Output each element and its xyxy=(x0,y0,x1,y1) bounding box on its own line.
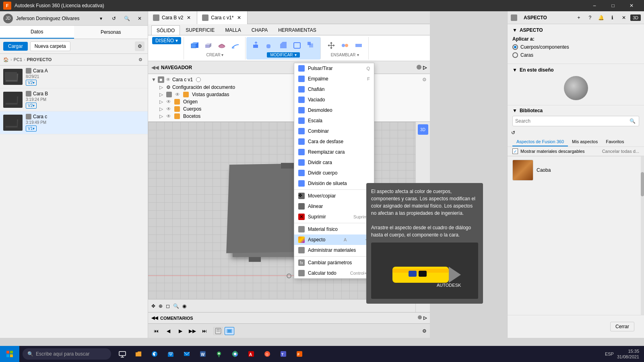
menu-dividir-cara[interactable]: Dividir cara xyxy=(294,157,374,168)
list-item[interactable]: Cara A 8/29/21 V2▾ xyxy=(0,66,148,88)
add-icon[interactable]: + xyxy=(574,13,584,23)
menu-pulsar-tirar[interactable]: Pulsar/Tirar Q xyxy=(294,63,374,74)
rigid-group-btn[interactable] xyxy=(352,39,365,52)
search-input[interactable] xyxy=(515,118,628,124)
menu-division-silueta[interactable]: División de silueta xyxy=(294,178,374,189)
shell-btn[interactable] xyxy=(291,39,303,51)
close-button[interactable]: Cerrar xyxy=(610,322,634,331)
expand-icon[interactable]: ▷ xyxy=(423,315,427,321)
tree-eye-icon[interactable]: 👁 xyxy=(166,77,171,82)
barrido-btn[interactable] xyxy=(229,39,242,52)
option-cuerpos[interactable]: Cuerpos/componentes xyxy=(512,44,569,50)
search-icon[interactable]: 🔍 xyxy=(122,14,132,23)
expand-icon[interactable]: ▷ xyxy=(159,92,163,97)
tree-settings-icon[interactable]: ⚙ xyxy=(422,77,427,82)
scrollbar-thumb[interactable] xyxy=(641,172,644,196)
tree-item[interactable]: ▷ ⚙ Configuración del documento xyxy=(148,84,430,91)
tree-eye-icon[interactable]: 👁 xyxy=(166,113,171,119)
aspecto-header[interactable]: ▼ ASPECTO xyxy=(512,27,639,33)
aspecto-tab[interactable]: ASPECTO xyxy=(520,13,550,22)
list-item[interactable]: Cara B 3:19:24 PM V2▾ xyxy=(0,88,148,111)
doc-tab-cara-b[interactable]: Cara B v2 ✕ xyxy=(148,11,197,24)
menu-alinear[interactable]: Alinear xyxy=(294,201,374,212)
zoom-in-icon[interactable]: 🔍 xyxy=(173,303,179,309)
tab-datos[interactable]: Datos xyxy=(0,26,74,39)
menu-suprimir[interactable]: ✕ Suprimir Suprimir xyxy=(294,212,374,222)
timeline-view-btn[interactable] xyxy=(213,327,223,335)
scale-btn[interactable] xyxy=(304,39,317,51)
word-btn[interactable]: W xyxy=(196,348,209,360)
extrusion-btn[interactable] xyxy=(202,39,215,52)
tree-item[interactable]: ▷ 👁 Cuerpos xyxy=(148,105,430,113)
timeline-view2-btn[interactable] xyxy=(225,327,234,335)
tree-eye-icon[interactable]: 👁 xyxy=(166,106,171,112)
tree-eye-icon[interactable]: 👁 xyxy=(175,92,180,97)
maps-btn[interactable] xyxy=(213,348,225,360)
radio-caras[interactable] xyxy=(512,52,518,58)
refresh-icon[interactable]: ↺ xyxy=(109,14,119,23)
acrobat-btn[interactable]: A xyxy=(245,348,258,360)
tree-eye-icon[interactable]: 👁 xyxy=(166,99,171,105)
nuevo-cuerpo-btn[interactable] xyxy=(188,39,201,52)
list-item[interactable]: Cara c 3:19:49 PM V1▾ xyxy=(0,111,148,134)
refresh-icon[interactable]: ↺ xyxy=(509,129,517,137)
biblioteca-header[interactable]: ▼ Biblioteca xyxy=(508,108,644,113)
push-pull-btn[interactable] xyxy=(250,39,262,51)
ensamblar-label[interactable]: ENSAMBLAR ▾ xyxy=(331,53,359,57)
breadcrumb-home[interactable]: 🏠 xyxy=(3,57,9,62)
diseño-btn[interactable]: DISEÑO ▾ xyxy=(152,37,181,44)
menu-aspecto[interactable]: Aspecto A ⋯ xyxy=(294,234,374,245)
radio-cuerpos[interactable] xyxy=(512,44,518,50)
option-caras[interactable]: Caras xyxy=(512,52,533,58)
menu-calcular-todo[interactable]: Calcular todo Control+B xyxy=(294,268,374,278)
edge-btn[interactable] xyxy=(148,348,161,360)
tab-solido[interactable]: SÓLIDO xyxy=(151,25,180,35)
taskbar-search[interactable]: 🔍 Escribe aquí para buscar xyxy=(23,348,111,360)
timeline-next[interactable]: ▶▶ xyxy=(188,326,197,336)
timeline-last[interactable]: ⏭ xyxy=(200,326,209,336)
project-settings-icon[interactable]: ⚙ xyxy=(136,56,144,64)
task-view-btn[interactable] xyxy=(116,348,129,360)
menu-mover-copiar[interactable]: ✥ Mover/copiar M xyxy=(294,191,374,201)
menu-cara-desfase[interactable]: Cara de desfase xyxy=(294,136,374,147)
cancel-all-link[interactable]: Cancelar todas d... xyxy=(602,149,639,154)
file-explorer-btn[interactable] xyxy=(132,348,145,360)
timeline-first[interactable]: ⏮ xyxy=(151,326,161,336)
tab-close-icon[interactable]: ✕ xyxy=(186,14,192,21)
show-materials-checkbox[interactable] xyxy=(512,148,518,154)
tree-item[interactable]: ▷ 👁 Vistas guardadas xyxy=(148,91,430,98)
close-button[interactable]: ✕ xyxy=(622,0,641,11)
fillet-btn[interactable] xyxy=(263,39,276,51)
menu-escala[interactable]: Escala xyxy=(294,115,374,126)
diseno-header[interactable]: ▼ En este diseño xyxy=(512,67,639,73)
tab-fusion-aspectos[interactable]: Aspectos de Fusion 360 xyxy=(512,138,568,146)
tab-favoritos[interactable]: Favoritos xyxy=(602,138,628,146)
scrollbar[interactable] xyxy=(641,156,644,315)
timeline-settings-icon[interactable]: ⚙ xyxy=(422,328,427,334)
expand-icon[interactable]: ▷ xyxy=(159,84,163,90)
nav-collapse-icon[interactable]: ◀◀ xyxy=(151,65,159,70)
info-icon[interactable]: ℹ xyxy=(608,13,617,23)
nav-expand-icon[interactable]: ▷ xyxy=(423,65,427,70)
library-search[interactable]: 🔍 xyxy=(512,116,639,126)
menu-administrar-materiales[interactable]: Administrar materiales xyxy=(294,245,374,255)
maximize-button[interactable]: □ xyxy=(604,0,622,11)
breadcrumb-proyecto[interactable]: PROYECTO xyxy=(27,57,52,62)
menu-combinar[interactable]: Combinar xyxy=(294,126,374,136)
tree-item[interactable]: ▷ 👁 Origen xyxy=(148,98,430,105)
store-btn[interactable] xyxy=(164,348,177,360)
revolucion-btn[interactable] xyxy=(215,39,228,52)
look-at-icon[interactable]: ◉ xyxy=(182,303,186,309)
orbit-icon[interactable]: ⊕ xyxy=(159,303,163,309)
move-btn[interactable] xyxy=(325,39,338,52)
timeline-prev[interactable]: ◀ xyxy=(163,326,173,336)
doc-tab-cara-c[interactable]: Cara c v1* ✕ xyxy=(197,11,248,24)
tree-item[interactable]: ▷ 👁 Bocetos xyxy=(148,113,430,120)
modificar-label[interactable]: MODIFICAR ▾ xyxy=(267,52,299,58)
expand-icon[interactable]: ▷ xyxy=(159,106,163,112)
joint-btn[interactable] xyxy=(339,39,351,52)
search-icon[interactable]: 🔍 xyxy=(628,117,636,125)
chrome-btn[interactable] xyxy=(229,348,242,360)
close-right-tab[interactable]: ✕ xyxy=(619,13,629,23)
autodesk-btn[interactable]: F xyxy=(293,348,306,360)
